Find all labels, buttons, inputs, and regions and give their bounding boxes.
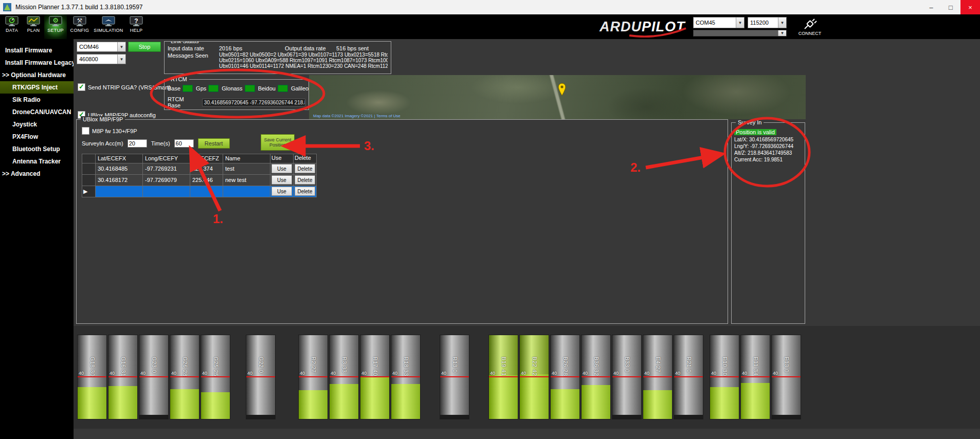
alt-cell[interactable]: 225.446 — [190, 175, 223, 186]
sidebar-item-install-firmware[interactable]: Install Firmware — [0, 44, 74, 57]
config-wrench-icon: ⚒ — [73, 16, 86, 27]
lng-cell[interactable] — [143, 186, 190, 197]
use-button[interactable]: Use — [271, 164, 292, 173]
snr-bar-label: G16 31 — [120, 357, 126, 377]
lat-cell[interactable]: 30.4168485 — [96, 163, 143, 175]
sidebar-item-joystick[interactable]: Joystick — [0, 118, 74, 131]
surveyin-time-label: Time(s) — [151, 140, 170, 147]
tab-help[interactable]: ? HELP — [125, 14, 147, 41]
restart-button[interactable]: Restart — [198, 138, 230, 149]
connect-button[interactable]: CONNECT — [793, 17, 827, 36]
snr-threshold-line — [299, 376, 328, 377]
name-cell[interactable] — [223, 186, 270, 197]
close-button[interactable]: × — [960, 0, 980, 14]
messages-seen: Messages Seen Ubx0501=82 Ubx0500=2 Ubx06… — [168, 52, 388, 69]
use-button[interactable]: Use — [271, 175, 292, 185]
lat-cell[interactable] — [96, 186, 143, 197]
column-header[interactable]: Lat/ECEFX — [96, 154, 143, 163]
snr-fill — [772, 415, 801, 419]
rtcm-base-position: 30.4168569720645 -97.726936026744 218.84… — [202, 99, 305, 106]
stop-button[interactable]: Stop — [128, 42, 161, 52]
survey-status-badge: Position is valid — [734, 129, 776, 135]
sidebar-item-optional-hardware[interactable]: >> Optional Hardware — [0, 69, 74, 81]
snr-threshold-label: 40 — [583, 371, 588, 376]
snr-bar-G18: 40G18 30 — [77, 335, 107, 419]
column-header[interactable]: Long/ECEFY — [143, 154, 190, 163]
sidebar-item-rtk-gps-inject[interactable]: RTK/GPS Inject — [0, 81, 74, 94]
snr-bar-G22: 40G22 0 — [246, 335, 276, 419]
column-header[interactable]: Use — [270, 154, 294, 163]
snr-bar-B33: 40B33 0 — [612, 335, 642, 419]
current-row-marker-icon: ▶ — [82, 186, 96, 197]
tab-config[interactable]: ⚒ CONFIG — [68, 14, 92, 41]
table-header-row: Lat/ECEFX Long/ECEFY Alt/ECEFZ Name Use … — [82, 154, 317, 163]
sidebar-item-px4flow[interactable]: PX4Flow — [0, 131, 74, 143]
snr-threshold-label: 40 — [300, 371, 305, 376]
tab-data[interactable]: DATA — [1, 14, 23, 41]
sidebar-item-bluetooth-setup[interactable]: Bluetooth Setup — [0, 143, 74, 155]
name-cell[interactable]: test — [223, 163, 270, 175]
delete-button[interactable]: Delete — [295, 175, 315, 185]
snr-bar-label: R17 40 — [372, 357, 378, 376]
sidebar-item-sik-radio[interactable]: Sik Radio — [0, 94, 74, 106]
snr-bar-E4: 40E4 27 — [643, 335, 673, 419]
tab-simulation[interactable]: SIMULATION — [93, 14, 124, 41]
messages-line: Ubx0215=1060 Ubx0A09=588 Rtcm1097=1091 R… — [219, 58, 388, 63]
save-current-position-button[interactable]: Save Current Position — [261, 134, 295, 151]
delete-button[interactable]: Delete — [295, 187, 315, 196]
sidebar-item-advanced[interactable]: >> Advanced — [0, 168, 74, 180]
table-row[interactable]: 30.4168172 -97.7269079 225.446 new test … — [82, 175, 317, 186]
link-status-rates: Input data rate 2016 bps Output data rat… — [168, 45, 388, 52]
name-cell[interactable]: new test — [223, 175, 270, 186]
gps-baud-select[interactable]: 460800 ▼ — [77, 54, 126, 64]
chevron-down-icon: ▼ — [736, 17, 744, 28]
column-header[interactable]: Name — [223, 154, 270, 163]
alt-cell[interactable]: 222.374 — [190, 163, 223, 175]
snr-bar-B22: 40B22 42 — [519, 335, 549, 419]
window-controls: – □ × — [921, 0, 980, 14]
table-row-selected[interactable]: ▶ Use Delete — [82, 186, 317, 197]
column-header[interactable]: Alt/ECEFZ — [190, 154, 223, 163]
snr-bar-label: E11 34 — [753, 357, 758, 376]
gps-com-port-select[interactable]: COM46 ▼ — [77, 42, 126, 52]
tab-setup[interactable]: ⚙ SETUP — [44, 14, 67, 41]
snr-bar-label: G22 0 — [258, 357, 264, 373]
ntrip-gga-checkbox[interactable]: Send NTRIP GGA? (VRS/Smart) — [78, 83, 171, 91]
sidebar-item-dronecan[interactable]: DroneCAN/UAVCAN — [0, 106, 74, 118]
snr-fill — [551, 389, 579, 419]
snr-bar-E10: 40E10 30 — [710, 335, 739, 419]
snr-bar-label: B26 28 — [562, 357, 568, 376]
snr-bar-B36: 40B36 32 — [581, 335, 611, 419]
snr-fill — [710, 387, 739, 419]
snr-threshold-label: 40 — [110, 371, 115, 376]
surveyin-time-input[interactable] — [174, 139, 194, 148]
lng-cell[interactable]: -97.7269079 — [143, 175, 190, 186]
lng-cell[interactable]: -97.7269231 — [143, 163, 190, 175]
use-button[interactable]: Use — [271, 187, 292, 196]
ardupilot-logo: ARDUPILOT — [600, 19, 688, 35]
sidebar-item-antenna-tracker[interactable]: Antenna Tracker — [0, 155, 74, 168]
lat-cell[interactable]: 30.4168172 — [96, 175, 143, 186]
com-port-select[interactable]: COM45 ▼ — [693, 17, 745, 28]
snr-bar-label: R18 33 — [403, 357, 409, 376]
table-row[interactable]: 30.4168485 -97.7269231 222.374 test Use … — [82, 163, 317, 175]
status-led-icon — [183, 85, 193, 92]
column-header[interactable]: Delete — [294, 154, 317, 163]
baud-rate-select[interactable]: 115200 ▼ — [748, 17, 787, 28]
surveyin-acc-input[interactable] — [128, 139, 147, 148]
m8p-fw-checkbox[interactable]: M8P fw 130+/F9P — [82, 127, 137, 135]
maximize-button[interactable]: □ — [941, 0, 960, 14]
status-led-icon — [208, 85, 219, 92]
satellite-map[interactable]: Map data ©2021 Imagery ©2021 | Terms of … — [309, 75, 806, 119]
snr-bar-label: G18 30 — [89, 357, 95, 377]
survey-lng: Lng/Y: -97.726936026744 — [734, 143, 802, 150]
connection-type-select[interactable]: ▼ — [693, 30, 787, 36]
sidebar-item-install-firmware-legacy[interactable]: Install Firmware Legacy — [0, 57, 74, 69]
snr-threshold-label: 40 — [247, 371, 252, 376]
minimize-button[interactable]: – — [921, 0, 941, 14]
alt-cell[interactable] — [190, 186, 223, 197]
tab-plan[interactable]: PLAN — [23, 14, 44, 41]
delete-button[interactable]: Delete — [295, 164, 315, 173]
snr-bar-label: G25 25 — [213, 357, 219, 377]
snr-chart-bars: 40G18 3040G16 3140G23 040G26 2840G25 254… — [76, 335, 801, 419]
